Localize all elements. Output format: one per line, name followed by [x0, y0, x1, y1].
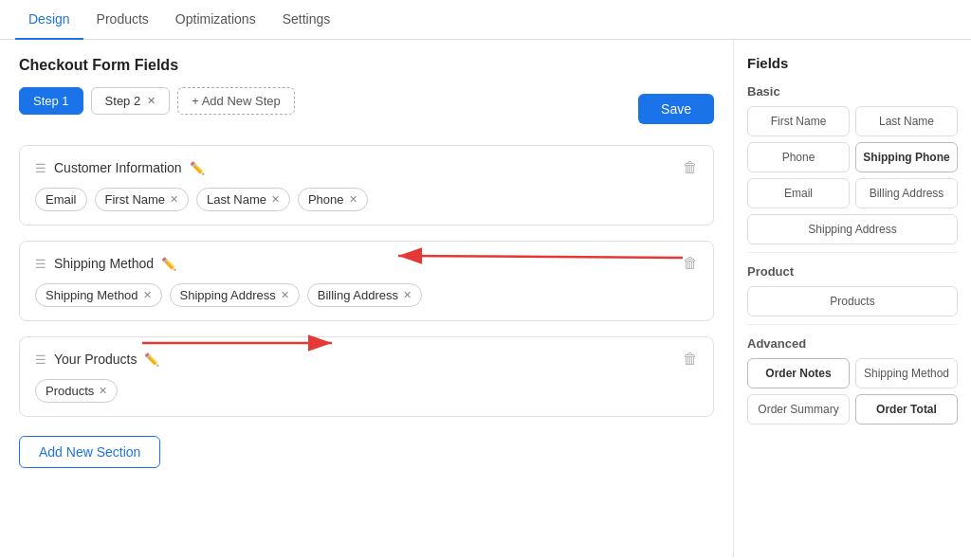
section-title-customer: ☰ Customer Information ✏️ — [35, 160, 205, 175]
right-panel: Fields Basic First Name Last Name Phone … — [734, 40, 971, 557]
section-title-products: ☰ Your Products ✏️ — [35, 352, 159, 367]
step-1-label: Step 1 — [33, 94, 69, 108]
drag-icon-shipping: ☰ — [35, 257, 46, 271]
chip-shipping-method-close[interactable]: ✕ — [143, 289, 152, 301]
drag-icon-products: ☰ — [35, 352, 46, 367]
delete-icon-shipping[interactable]: 🗑 — [683, 255, 698, 272]
tab-optimizations[interactable]: Optimizations — [162, 0, 269, 40]
chip-shipping-address[interactable]: Shipping Address ✕ — [170, 283, 300, 307]
chip-first-name-label: First Name — [105, 192, 166, 207]
section-name-products: Your Products — [54, 352, 137, 367]
edit-icon-products[interactable]: ✏️ — [144, 352, 159, 367]
section-customer-information: ☰ Customer Information ✏️ 🗑 Email First … — [19, 145, 714, 226]
delete-icon-products[interactable]: 🗑 — [683, 351, 698, 368]
fields-divider-2 — [747, 324, 958, 325]
edit-icon-shipping[interactable]: ✏️ — [161, 257, 176, 271]
save-button[interactable]: Save — [638, 94, 714, 124]
chip-phone[interactable]: Phone ✕ — [298, 188, 368, 211]
chip-email-label: Email — [46, 192, 77, 207]
chip-billing-address-close[interactable]: ✕ — [403, 289, 412, 301]
chips-shipping: Shipping Method ✕ Shipping Address ✕ Bil… — [35, 283, 698, 307]
fields-grid-basic: First Name Last Name Phone Shipping Phon… — [747, 106, 958, 244]
step-bar: Step 1 Step 2 ✕ + Add New Step Save — [19, 87, 714, 130]
field-btn-order-total[interactable]: Order Total — [855, 394, 958, 425]
field-btn-shipping-method[interactable]: Shipping Method — [855, 358, 958, 388]
add-section-label: Add New Section — [39, 444, 140, 460]
chips-products: Products ✕ — [35, 379, 698, 403]
step-1-tab[interactable]: Step 1 — [19, 87, 83, 115]
section-name-customer: Customer Information — [54, 160, 182, 175]
field-btn-shipping-phone[interactable]: Shipping Phone — [855, 142, 958, 172]
step-2-close-icon[interactable]: ✕ — [147, 95, 156, 107]
step-2-tab[interactable]: Step 2 ✕ — [91, 87, 171, 115]
chip-first-name-close[interactable]: ✕ — [170, 193, 178, 206]
section-name-shipping: Shipping Method — [54, 256, 154, 271]
field-btn-order-notes[interactable]: Order Notes — [747, 358, 850, 388]
chip-shipping-method-label: Shipping Method — [46, 288, 138, 302]
left-panel: Checkout Form Fields Step 1 Step 2 ✕ + A… — [0, 40, 734, 557]
tab-products[interactable]: Products — [83, 0, 162, 40]
fields-divider-1 — [747, 252, 958, 253]
chip-shipping-method[interactable]: Shipping Method ✕ — [35, 283, 162, 307]
field-btn-order-summary[interactable]: Order Summary — [747, 394, 850, 425]
section-header-customer: ☰ Customer Information ✏️ 🗑 — [35, 159, 698, 176]
main-container: Checkout Form Fields Step 1 Step 2 ✕ + A… — [0, 40, 971, 557]
chip-last-name-close[interactable]: ✕ — [271, 193, 280, 206]
chip-phone-label: Phone — [308, 192, 344, 207]
fields-grid-advanced: Order Notes Shipping Method Order Summar… — [747, 358, 958, 425]
chip-products[interactable]: Products ✕ — [35, 379, 118, 403]
section-shipping-method: ☰ Shipping Method ✏️ 🗑 Shipping Method ✕… — [19, 241, 714, 321]
edit-icon-customer[interactable]: ✏️ — [190, 161, 205, 175]
page-title: Checkout Form Fields — [19, 57, 714, 74]
chip-billing-address[interactable]: Billing Address ✕ — [307, 283, 422, 307]
chip-email[interactable]: Email — [35, 188, 87, 211]
section-title-shipping: ☰ Shipping Method ✏️ — [35, 256, 176, 271]
tab-design[interactable]: Design — [15, 0, 83, 40]
add-step-label: + Add New Step — [192, 94, 281, 108]
chip-last-name-label: Last Name — [207, 192, 266, 207]
section-header-products: ☰ Your Products ✏️ 🗑 — [35, 351, 698, 368]
fields-panel-title: Fields — [747, 55, 958, 71]
field-btn-email[interactable]: Email — [747, 178, 850, 208]
field-btn-last-name[interactable]: Last Name — [855, 106, 958, 136]
fields-section-advanced-title: Advanced — [747, 336, 958, 351]
chip-first-name[interactable]: First Name ✕ — [95, 188, 190, 211]
chip-shipping-address-label: Shipping Address — [180, 288, 276, 302]
add-step-button[interactable]: + Add New Step — [177, 87, 295, 115]
top-nav: Design Products Optimizations Settings — [0, 0, 971, 40]
chip-products-close[interactable]: ✕ — [99, 385, 107, 397]
fields-section-basic-title: Basic — [747, 84, 958, 99]
drag-icon-customer: ☰ — [35, 161, 46, 175]
step-tabs: Step 1 Step 2 ✕ + Add New Step — [19, 87, 295, 115]
field-btn-billing-address[interactable]: Billing Address — [855, 178, 958, 208]
chip-phone-close[interactable]: ✕ — [349, 193, 357, 206]
field-btn-first-name[interactable]: First Name — [747, 106, 850, 136]
tab-settings[interactable]: Settings — [269, 0, 344, 40]
delete-icon-customer[interactable]: 🗑 — [683, 159, 698, 176]
section-your-products: ☰ Your Products ✏️ 🗑 Products ✕ — [19, 336, 714, 417]
field-btn-phone[interactable]: Phone — [747, 142, 850, 172]
chip-products-label: Products — [46, 384, 94, 398]
section-header-shipping: ☰ Shipping Method ✏️ 🗑 — [35, 255, 698, 272]
add-section-button[interactable]: Add New Section — [19, 436, 160, 468]
step-2-label: Step 2 — [105, 94, 141, 108]
field-btn-products[interactable]: Products — [747, 286, 958, 316]
fields-section-product-title: Product — [747, 264, 958, 279]
fields-grid-product: Products — [747, 286, 958, 316]
field-btn-shipping-address[interactable]: Shipping Address — [747, 214, 958, 244]
chips-customer: Email First Name ✕ Last Name ✕ Phone ✕ — [35, 188, 698, 211]
chip-billing-address-label: Billing Address — [318, 288, 398, 302]
chip-last-name[interactable]: Last Name ✕ — [196, 188, 290, 211]
chip-shipping-address-close[interactable]: ✕ — [281, 289, 289, 301]
